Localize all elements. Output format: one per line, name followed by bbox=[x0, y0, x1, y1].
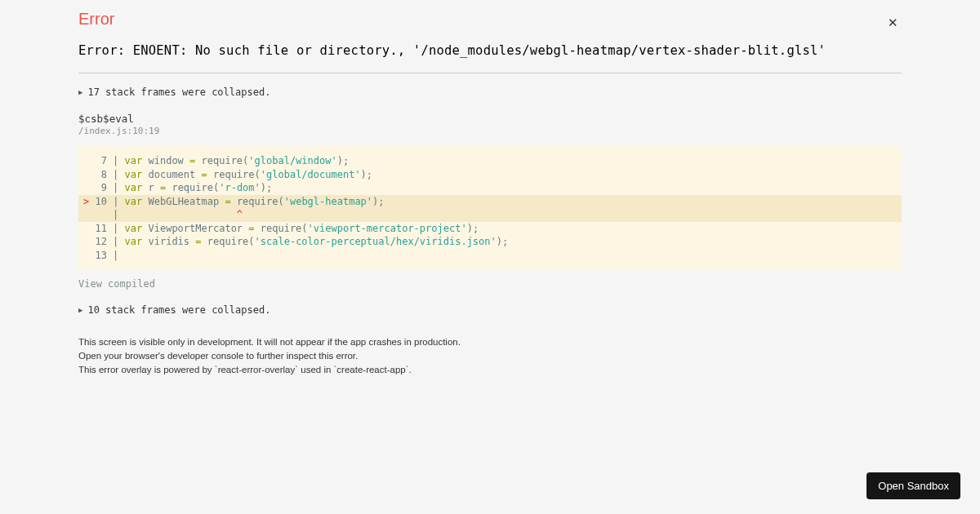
close-icon[interactable]: ✕ bbox=[884, 13, 902, 32]
stack-frame-function: $csb$eval bbox=[78, 113, 902, 125]
chevron-right-icon: ▶ bbox=[78, 88, 82, 96]
code-line: 12 | var viridis = require('scale-color-… bbox=[78, 235, 902, 249]
collapsed-frames-text: 10 stack frames were collapsed. bbox=[87, 304, 270, 316]
chevron-right-icon: ▶ bbox=[78, 306, 82, 314]
divider bbox=[78, 73, 902, 73]
stack-frame-location[interactable]: /index.js:10:19 bbox=[78, 126, 902, 136]
footer-text: This screen is visible only in developme… bbox=[78, 335, 902, 376]
code-line-caret: | ^ bbox=[78, 208, 902, 222]
code-line-error: > 10 | var WebGLHeatmap = require('webgl… bbox=[78, 195, 902, 209]
code-line: 11 | var ViewportMercator = require('vie… bbox=[78, 222, 902, 236]
code-line: 9 | var r = require('r-dom'); bbox=[78, 181, 902, 195]
code-line: 8 | var document = require('global/docum… bbox=[78, 168, 902, 182]
error-title: Error bbox=[78, 10, 114, 29]
code-line: 13 | bbox=[78, 249, 902, 263]
collapsed-frames-toggle-1[interactable]: ▶ 17 stack frames were collapsed. bbox=[78, 86, 902, 98]
collapsed-frames-text: 17 stack frames were collapsed. bbox=[87, 86, 270, 98]
footer-line: This screen is visible only in developme… bbox=[78, 335, 902, 349]
collapsed-frames-toggle-2[interactable]: ▶ 10 stack frames were collapsed. bbox=[78, 304, 902, 316]
footer-line: This error overlay is powered by `react-… bbox=[78, 363, 902, 377]
footer-line: Open your browser's developer console to… bbox=[78, 349, 902, 363]
code-line: 7 | var window = require('global/window'… bbox=[78, 154, 902, 168]
error-message: Error: ENOENT: No such file or directory… bbox=[78, 43, 902, 58]
open-sandbox-button[interactable]: Open Sandbox bbox=[866, 472, 960, 499]
view-compiled-link[interactable]: View compiled bbox=[78, 278, 902, 290]
code-snippet: 7 | var window = require('global/window'… bbox=[78, 146, 902, 270]
